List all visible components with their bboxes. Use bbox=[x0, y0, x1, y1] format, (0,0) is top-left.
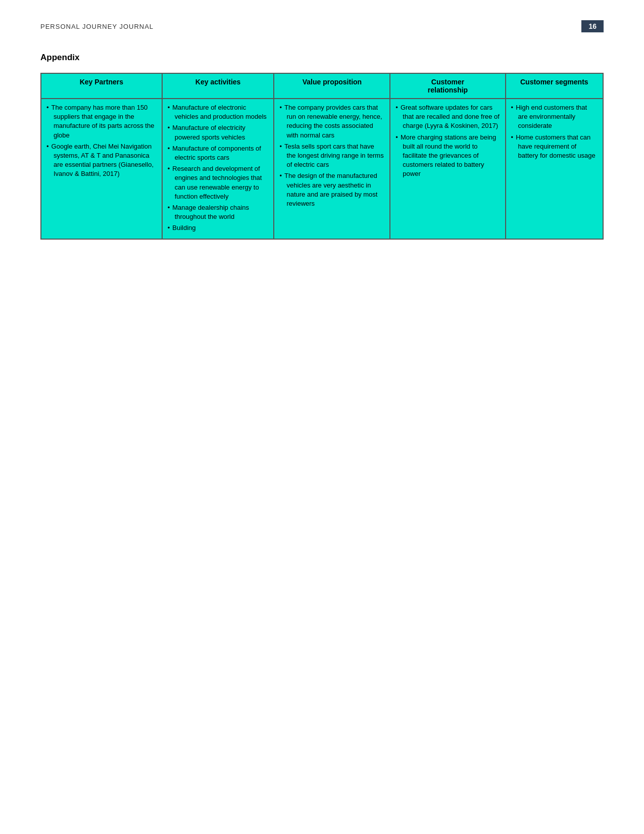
list-item: Manufacture of electricity powered sport… bbox=[168, 123, 269, 142]
col-header-value-proposition: Value proposition bbox=[274, 73, 390, 99]
col-header-customer-relationship: Customerrelationship bbox=[390, 73, 505, 99]
list-item: Manufacture of electronic vehicles and p… bbox=[168, 103, 269, 121]
col-header-key-activities: Key activities bbox=[162, 73, 274, 99]
list-item: Tesla sells sport cars that have the lon… bbox=[279, 142, 384, 170]
list-item: Google earth, Chei Mei Navigation system… bbox=[46, 142, 157, 179]
list-item: The company provides cars that run on re… bbox=[279, 103, 384, 140]
col-header-customer-segments: Customer segments bbox=[506, 73, 603, 99]
journal-title: PERSONAL JOURNEY JOURNAL bbox=[40, 23, 154, 30]
list-item: Home customers that can have requirement… bbox=[511, 133, 598, 161]
cell-customer-relationship: Great software updates for cars that are… bbox=[390, 99, 505, 239]
cell-key-partners: The company has more than 150 suppliers … bbox=[41, 99, 162, 239]
cell-value-proposition: The company provides cars that run on re… bbox=[274, 99, 390, 239]
list-item: The company has more than 150 suppliers … bbox=[46, 103, 157, 140]
list-item: Building bbox=[168, 223, 269, 233]
page-header: PERSONAL JOURNEY JOURNAL 16 bbox=[40, 20, 604, 32]
list-item: Research and development of engines and … bbox=[168, 164, 269, 201]
cell-key-activities: Manufacture of electronic vehicles and p… bbox=[162, 99, 274, 239]
appendix-title: Appendix bbox=[40, 53, 604, 63]
list-item: Great software updates for cars that are… bbox=[395, 103, 500, 131]
list-item: High end customers that are environmenta… bbox=[511, 103, 598, 131]
list-item: More charging stations are being built a… bbox=[395, 133, 500, 179]
col-header-key-partners: Key Partners bbox=[41, 73, 162, 99]
cell-customer-segments: High end customers that are environmenta… bbox=[506, 99, 603, 239]
business-canvas-table: Key Partners Key activities Value propos… bbox=[40, 73, 604, 240]
page-number: 16 bbox=[581, 20, 604, 32]
list-item: Manage dealership chains throughout the … bbox=[168, 203, 269, 221]
list-item: The design of the manufactured vehicles … bbox=[279, 171, 384, 208]
list-item: Manufacture of components of electric sp… bbox=[168, 144, 269, 162]
